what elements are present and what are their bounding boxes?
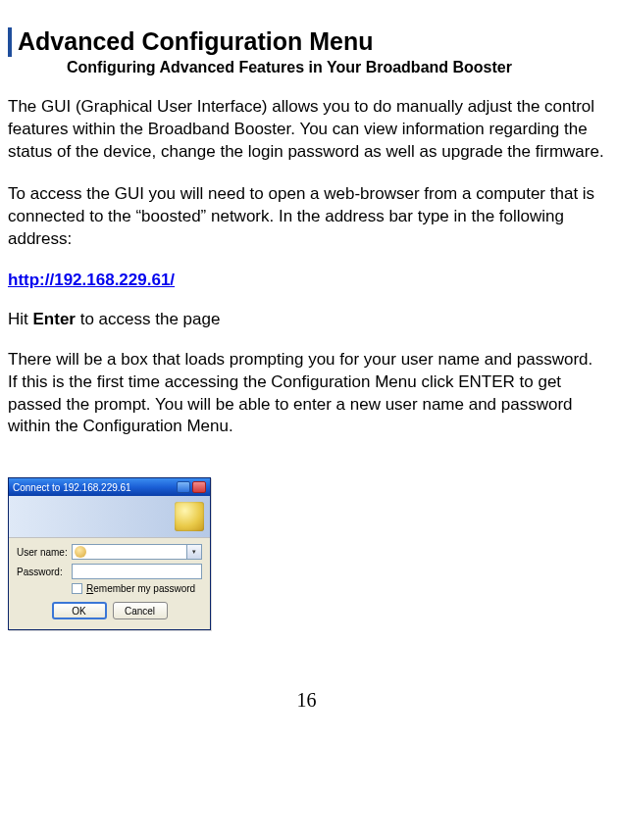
heading-accent-bar bbox=[8, 27, 12, 57]
username-input[interactable]: ▾ bbox=[72, 544, 202, 560]
chevron-down-icon[interactable]: ▾ bbox=[186, 545, 201, 559]
remember-label[interactable]: Remember my password bbox=[86, 583, 195, 594]
config-url-link[interactable]: http://192.168.229.61/ bbox=[8, 271, 175, 290]
page-heading: Advanced Configuration Menu bbox=[18, 28, 374, 56]
user-icon bbox=[75, 546, 86, 558]
username-label: User name: bbox=[17, 547, 72, 558]
paragraph-access: To access the GUI you will need to open … bbox=[8, 183, 605, 251]
ok-button[interactable]: OK bbox=[52, 602, 107, 619]
dialog-banner bbox=[9, 496, 210, 538]
help-icon[interactable] bbox=[177, 481, 190, 493]
hit-enter-line: Hit Enter to access the page bbox=[8, 310, 605, 329]
close-icon[interactable] bbox=[192, 481, 206, 493]
login-dialog: Connect to 192.168.229.61 User name: ▾ P… bbox=[8, 477, 211, 630]
hit-prefix: Hit bbox=[8, 310, 33, 328]
page-subheading: Configuring Advanced Features in Your Br… bbox=[67, 59, 605, 76]
dialog-title: Connect to 192.168.229.61 bbox=[13, 482, 131, 493]
hit-enter-word: Enter bbox=[33, 310, 76, 328]
page-number: 16 bbox=[8, 689, 605, 723]
hit-suffix: to access the page bbox=[76, 310, 220, 328]
password-input[interactable] bbox=[72, 564, 202, 579]
keys-icon bbox=[175, 502, 204, 531]
remember-checkbox[interactable] bbox=[72, 583, 82, 594]
paragraph-prompt: There will be a box that loads prompting… bbox=[8, 349, 605, 439]
cancel-button[interactable]: Cancel bbox=[113, 602, 168, 619]
paragraph-intro: The GUI (Graphical User Interface) allow… bbox=[8, 96, 605, 164]
dialog-titlebar[interactable]: Connect to 192.168.229.61 bbox=[9, 478, 210, 496]
password-label: Password: bbox=[17, 567, 72, 577]
